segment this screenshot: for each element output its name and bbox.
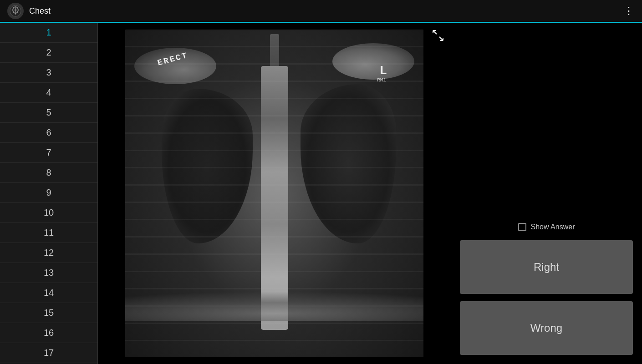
xray-canvas: ERECT L RM1 [125, 30, 423, 357]
sidebar-item-14[interactable]: 14 [0, 283, 97, 303]
sidebar-item-17[interactable]: 17 [0, 343, 97, 363]
svg-line-7 [439, 37, 443, 40]
sidebar-item-15[interactable]: 15 [0, 303, 97, 323]
collapse-icon[interactable] [430, 27, 446, 44]
show-answer-row: Show Answer [460, 223, 633, 231]
sidebar-item-2[interactable]: 2 [0, 43, 97, 63]
xray-container: ERECT L RM1 [98, 23, 451, 364]
main-layout: 1234567891011121314151617 ERECT L RM1 [0, 23, 642, 364]
l-label: L [379, 64, 387, 78]
sidebar-item-8[interactable]: 8 [0, 163, 97, 183]
content-area: ERECT L RM1 Show Answer [98, 23, 642, 364]
app-icon [7, 3, 24, 19]
sidebar-item-1[interactable]: 1 [0, 23, 97, 43]
sidebar-item-16[interactable]: 16 [0, 323, 97, 343]
question-list-sidebar: 1234567891011121314151617 [0, 23, 98, 364]
header-left: Chest [7, 3, 51, 19]
show-answer-label: Show Answer [531, 223, 575, 231]
svg-line-4 [433, 30, 437, 34]
overflow-menu-icon[interactable]: ⋮ [624, 5, 635, 17]
sidebar-item-12[interactable]: 12 [0, 243, 97, 263]
sidebar-item-5[interactable]: 5 [0, 103, 97, 123]
diaphragm [125, 284, 423, 321]
app-title: Chest [29, 6, 51, 16]
app-header: Chest ⋮ [0, 0, 642, 23]
rm1-label: RM1 [377, 77, 386, 83]
sidebar-item-13[interactable]: 13 [0, 263, 97, 283]
sidebar-item-6[interactable]: 6 [0, 123, 97, 143]
sidebar-item-4[interactable]: 4 [0, 83, 97, 103]
xray-image: ERECT L RM1 [125, 30, 423, 357]
sidebar-item-7[interactable]: 7 [0, 143, 97, 163]
wrong-button[interactable]: Wrong [460, 301, 633, 355]
sidebar-item-11[interactable]: 11 [0, 223, 97, 243]
right-button[interactable]: Right [460, 240, 633, 294]
show-answer-checkbox[interactable] [518, 223, 526, 231]
sidebar-item-3[interactable]: 3 [0, 63, 97, 83]
sidebar-item-10[interactable]: 10 [0, 203, 97, 223]
sidebar-item-9[interactable]: 9 [0, 183, 97, 203]
right-panel: Show Answer Right Wrong [451, 23, 642, 364]
